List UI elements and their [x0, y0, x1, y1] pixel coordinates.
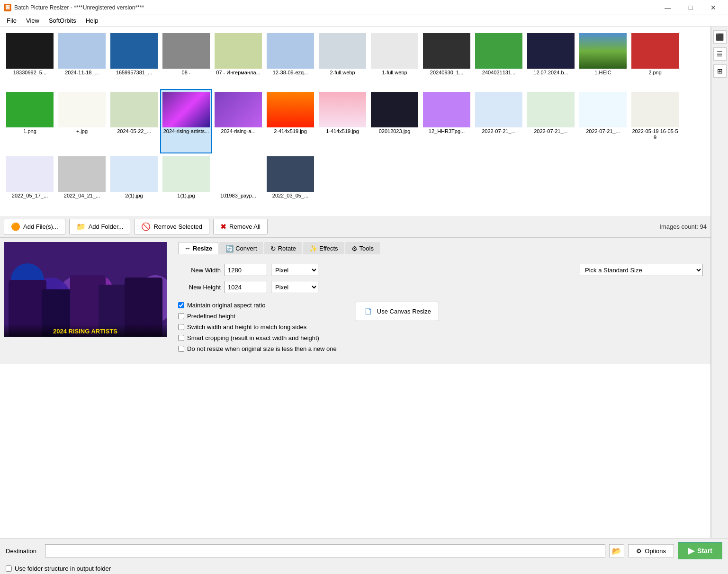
gallery-area: 18330992_5...2024-11-18_...1659957381_..…: [0, 27, 711, 538]
gallery-thumbnail: [6, 92, 54, 127]
tab-convert[interactable]: 🔄 Convert: [219, 242, 263, 254]
table-view-button[interactable]: ⊞: [713, 64, 727, 78]
destination-folder-button[interactable]: 📂: [609, 544, 624, 557]
tab-rotate[interactable]: ↻ Rotate: [264, 242, 302, 254]
list-view-button[interactable]: ☰: [713, 47, 727, 61]
predefined-height-checkbox[interactable]: [178, 313, 184, 319]
gallery-item[interactable]: 2022_03_05_...: [264, 153, 316, 212]
title-bar-left: 🖼 Batch Picture Resizer - ****Unregister…: [4, 4, 144, 11]
switch-wh-checkbox[interactable]: [178, 324, 184, 330]
gallery-item[interactable]: 2-414x519.jpg: [264, 89, 316, 154]
toolbar: 🟠 Add File(s)... 📁 Add Folder... 🚫 Remov…: [0, 216, 710, 238]
size-settings-row: New Width PixelPercentcmmminch New Heigh…: [178, 264, 703, 298]
gallery-item[interactable]: 07 - Ингерманла...: [212, 30, 264, 89]
gallery-item[interactable]: 2022-07-21_...: [525, 89, 577, 154]
gallery-item[interactable]: 1659957381_...: [108, 30, 160, 89]
gallery-item[interactable]: 2404031131...: [473, 30, 525, 89]
gallery-thumbnail: [110, 33, 158, 69]
remove-selected-button[interactable]: 🚫 Remove Selected: [134, 219, 209, 234]
gallery-item-label: 02012023.jpg: [379, 128, 411, 135]
canvas-resize-label: Use Canvas Resize: [377, 308, 431, 315]
gallery-thumbnail: [267, 156, 314, 192]
gallery-item[interactable]: 1-414x519.jpg: [316, 89, 368, 154]
width-input[interactable]: [225, 264, 267, 276]
menu-help[interactable]: Help: [81, 16, 103, 25]
gallery-item[interactable]: 2024-rising-artists...: [160, 89, 212, 154]
gallery-item[interactable]: 2.png: [629, 30, 681, 89]
options-button[interactable]: ⚙ Options: [628, 544, 674, 557]
destination-label: Destination: [6, 547, 41, 555]
standard-size-select[interactable]: Pick a Standard Size: [580, 264, 703, 276]
gallery-item[interactable]: +.jpg: [56, 89, 108, 154]
gallery-item-label: 2024-rising-a...: [221, 128, 255, 135]
window-controls: — □ ✕: [657, 0, 724, 15]
gallery-thumbnail: [579, 33, 627, 69]
size-inputs-col: New Width PixelPercentcmmminch New Heigh…: [178, 264, 570, 298]
app-title: Batch Picture Resizer - ****Unregistered…: [14, 4, 144, 11]
gallery-item[interactable]: 2022-07-21_...: [473, 89, 525, 154]
gallery-item[interactable]: 2022_05_17_...: [4, 153, 56, 212]
gallery-item[interactable]: 1(1).jpg: [160, 153, 212, 212]
add-folder-button[interactable]: 📁 Add Folder...: [69, 219, 131, 234]
gallery-thumbnail: [475, 33, 522, 69]
gallery-item[interactable]: 12.07.2024.b...: [525, 30, 577, 89]
smart-cropping-row: Smart cropping (result in exact width an…: [178, 334, 337, 341]
width-unit-select[interactable]: PixelPercentcmmminch: [271, 264, 318, 276]
gallery-item[interactable]: 1.HEIC: [577, 30, 629, 89]
gallery-item[interactable]: 12-38-09-ezq...: [264, 30, 316, 89]
add-files-button[interactable]: 🟠 Add File(s)...: [4, 219, 65, 234]
gallery-item[interactable]: 2022-07-21_...: [577, 89, 629, 154]
rotate-tab-icon: ↻: [270, 245, 276, 252]
height-unit-select[interactable]: PixelPercentcmmminch: [271, 281, 318, 293]
gallery-item-label: 2022-07-21_...: [534, 128, 568, 135]
remove-all-button[interactable]: ✖ Remove All: [213, 219, 268, 234]
gallery-item-label: 101983_payp...: [220, 193, 256, 199]
menu-file[interactable]: File: [2, 16, 21, 25]
folder-structure-checkbox[interactable]: [6, 565, 12, 572]
gallery-item[interactable]: 18330992_5...: [4, 30, 56, 89]
gallery-item-label: 2022-07-21_...: [586, 128, 620, 135]
tab-effects[interactable]: ✨ Effects: [303, 242, 344, 254]
minimize-button[interactable]: —: [657, 0, 679, 15]
gallery-item[interactable]: 2-full.webp: [316, 30, 368, 89]
gallery-item[interactable]: 2(1).jpg: [108, 153, 160, 212]
menu-softorbits[interactable]: SoftOrbits: [44, 16, 81, 25]
canvas-resize-button[interactable]: 🗋 Use Canvas Resize: [356, 302, 439, 321]
gallery-thumbnail: [215, 92, 262, 127]
maximize-button[interactable]: □: [680, 0, 701, 15]
gallery-item-label: 2024-rising-artists...: [163, 128, 209, 135]
tab-tools[interactable]: ⚙ Tools: [345, 242, 380, 254]
gallery-item[interactable]: 20240930_1...: [421, 30, 473, 89]
gallery-item[interactable]: 1-full.webp: [368, 30, 421, 89]
tab-resize[interactable]: ↔ Resize: [178, 242, 218, 254]
canvas-resize-icon: 🗋: [364, 306, 373, 317]
gallery-item[interactable]: 1.png: [4, 89, 56, 154]
gallery-grid: 18330992_5...2024-11-18_...1659957381_..…: [0, 27, 710, 216]
gallery-item[interactable]: 02012023.jpg: [368, 89, 421, 154]
gallery-item[interactable]: 2022_04_21_...: [56, 153, 108, 212]
start-button[interactable]: ▶ Start: [678, 542, 722, 559]
destination-input[interactable]: [45, 544, 605, 557]
gallery-thumbnail: [267, 33, 314, 69]
gallery-item[interactable]: 2024-rising-a...: [212, 89, 264, 154]
menu-bar: File View SoftOrbits Help: [0, 15, 728, 27]
gallery-item[interactable]: 2024-11-18_...: [56, 30, 108, 89]
checkboxes-col: Maintain original aspect ratio Predefine…: [178, 302, 337, 356]
gallery-item-label: 2-414x519.jpg: [274, 128, 307, 135]
start-label: Start: [697, 547, 712, 555]
folder-structure-label: Use folder structure in output folder: [15, 565, 111, 572]
gallery-item[interactable]: 12_HHR3Tpg...: [421, 89, 473, 154]
height-input[interactable]: [225, 281, 267, 293]
gallery-item[interactable]: 2024-05-22_...: [108, 89, 160, 154]
thumbnail-view-button[interactable]: ⬛: [713, 30, 727, 44]
gallery-item[interactable]: 08 -: [160, 30, 212, 89]
maintain-aspect-checkbox[interactable]: [178, 302, 184, 308]
gallery-item[interactable]: 2022-05-19 16-05-59: [629, 89, 681, 154]
menu-view[interactable]: View: [21, 16, 44, 25]
smart-crop-checkbox[interactable]: [178, 335, 184, 341]
do-not-resize-checkbox[interactable]: [178, 346, 184, 352]
gallery-item[interactable]: 101983_payp...: [212, 153, 264, 212]
close-button[interactable]: ✕: [702, 0, 724, 15]
gallery-item-label: 12.07.2024.b...: [533, 70, 568, 76]
gallery-item-label: 2024-05-22_...: [117, 128, 151, 135]
